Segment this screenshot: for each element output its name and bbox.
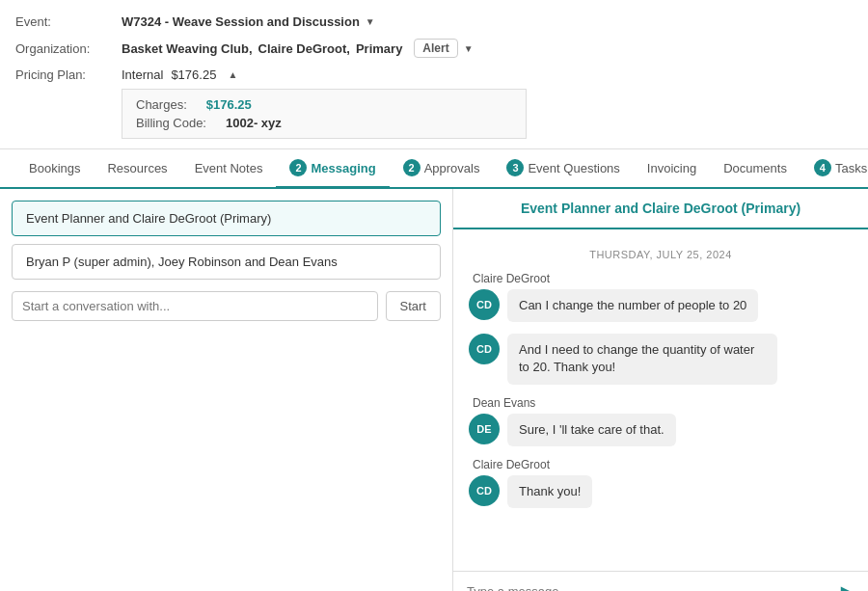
message-bubble: And I need to change the quantity of wat… xyxy=(507,334,777,384)
pricing-plan: Internal xyxy=(122,67,163,82)
start-conversation-input[interactable] xyxy=(12,291,378,321)
pricing-amount: $176.25 xyxy=(171,67,216,82)
message-bubble: Can I change the number of people to 20 xyxy=(507,289,758,322)
tab-badge-event-questions: 3 xyxy=(506,159,524,176)
charges-label: Charges: xyxy=(136,97,187,112)
tab-badge-approvals: 2 xyxy=(403,159,420,176)
org-alert: Alert xyxy=(414,39,457,58)
message-row: CDCan I change the number of people to 2… xyxy=(469,289,853,322)
date-divider: THURSDAY, JULY 25, 2024 xyxy=(469,249,853,260)
tab-resources[interactable]: Resources xyxy=(94,151,180,188)
billing-label: Billing Code: xyxy=(136,116,206,130)
sender-name-2: Dean Evans xyxy=(473,396,853,410)
avatar-1-0: CD xyxy=(469,334,500,364)
org-label: Organization: xyxy=(15,41,122,56)
event-value: W7324 - Weave Session and Discussion xyxy=(122,14,360,29)
tab-tasks[interactable]: 4Tasks xyxy=(800,149,868,189)
tab-badge-messaging: 2 xyxy=(289,159,307,176)
chat-messages: THURSDAY, JULY 25, 2024Claire DeGrootCDC… xyxy=(453,229,868,571)
start-conversation-row: Start xyxy=(12,291,441,321)
sender-name-0: Claire DeGroot xyxy=(473,272,853,285)
sender-name-3: Claire DeGroot xyxy=(473,458,853,471)
tab-label-event-notes: Event Notes xyxy=(195,161,263,175)
avatar-3-0: CD xyxy=(469,475,500,506)
conversation-item-conv1[interactable]: Event Planner and Claire DeGroot (Primar… xyxy=(12,201,441,236)
charges-amount: $176.25 xyxy=(206,97,252,112)
message-bubble: Sure, I 'll take care of that. xyxy=(507,414,676,446)
tab-label-resources: Resources xyxy=(107,161,167,175)
pricing-label: Pricing Plan: xyxy=(15,67,122,82)
left-panel: Event Planner and Claire DeGroot (Primar… xyxy=(0,189,453,591)
message-row: CDThank you! xyxy=(469,475,853,508)
tab-invoicing[interactable]: Invoicing xyxy=(634,151,710,188)
right-panel: Event Planner and Claire DeGroot (Primar… xyxy=(453,189,868,591)
event-dropdown-icon[interactable]: ▼ xyxy=(366,16,375,27)
tab-approvals[interactable]: 2Approvals xyxy=(390,149,494,189)
tab-label-event-questions: Event Questions xyxy=(528,161,619,175)
tab-event-notes[interactable]: Event Notes xyxy=(181,151,277,188)
message-row: CDAnd I need to change the quantity of w… xyxy=(469,334,853,384)
billing-value: 1002- xyz xyxy=(226,116,282,130)
tab-messaging[interactable]: 2Messaging xyxy=(276,149,389,189)
org-role: Primary xyxy=(356,41,402,56)
org-name: Basket Weaving Club, xyxy=(122,41,253,56)
chat-input-row: ► xyxy=(453,571,868,591)
org-dropdown-icon[interactable]: ▼ xyxy=(464,43,474,54)
conversation-item-conv2[interactable]: Bryan P (super admin), Joey Robinson and… xyxy=(12,244,441,280)
start-conversation-button[interactable]: Start xyxy=(386,291,441,321)
pricing-toggle-icon[interactable]: ▲ xyxy=(228,69,237,80)
chat-input[interactable] xyxy=(467,584,829,591)
tab-label-messaging: Messaging xyxy=(311,161,375,175)
event-label: Event: xyxy=(15,14,122,29)
org-contact: Claire DeGroot, xyxy=(258,41,350,56)
tab-label-bookings: Bookings xyxy=(29,161,80,175)
avatar-2-0: DE xyxy=(469,414,500,444)
tabs-bar: BookingsResourcesEvent Notes2Messaging2A… xyxy=(0,149,868,189)
tab-badge-tasks: 4 xyxy=(814,159,831,176)
message-row: DESure, I 'll take care of that. xyxy=(469,414,853,446)
tab-documents[interactable]: Documents xyxy=(710,151,800,188)
tab-bookings[interactable]: Bookings xyxy=(15,151,94,188)
chat-header: Event Planner and Claire DeGroot (Primar… xyxy=(453,189,868,229)
tab-label-approvals: Approvals xyxy=(424,161,480,175)
tab-label-invoicing: Invoicing xyxy=(647,161,696,175)
tab-event-questions[interactable]: 3Event Questions xyxy=(493,149,633,189)
avatar-0-0: CD xyxy=(469,289,500,320)
tab-label-tasks: Tasks xyxy=(835,161,867,175)
tab-label-documents: Documents xyxy=(723,161,787,175)
send-button[interactable]: ► xyxy=(837,581,854,591)
message-bubble: Thank you! xyxy=(507,475,592,508)
